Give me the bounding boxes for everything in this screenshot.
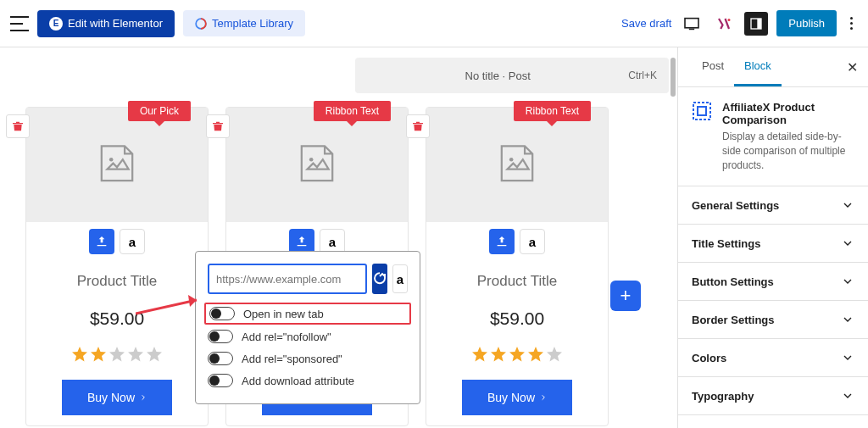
panel-spacing[interactable]: Spacing	[678, 415, 868, 428]
sidebar-tabs: Post Block ✕	[678, 47, 868, 87]
panel-colors[interactable]: Colors	[678, 339, 868, 377]
svg-rect-9	[698, 107, 706, 115]
open-new-tab-toggle[interactable]: Open in new tab	[204, 303, 411, 325]
buy-button[interactable]: Buy Now	[462, 380, 572, 415]
panel-general[interactable]: General Settings	[678, 186, 868, 225]
link-settings-popover: a Open in new tab Add rel="nofollow" Add…	[195, 251, 420, 404]
toggle-switch[interactable]	[209, 307, 235, 320]
product-card[interactable]: Our Pick a Product Title $59.00 Buy Now	[25, 107, 209, 426]
template-library-button[interactable]: Template Library	[183, 10, 305, 36]
download-toggle[interactable]: Add download attribute	[208, 370, 408, 392]
block-info: AffiliateX Product Comparison Display a …	[678, 87, 868, 186]
block-type-icon	[692, 101, 712, 121]
ribbon-badge: Our Pick	[128, 101, 191, 121]
image-placeholder[interactable]	[226, 108, 408, 222]
panel-typography[interactable]: Typography	[678, 377, 868, 415]
template-icon	[195, 18, 207, 30]
panel-button[interactable]: Button Settings	[678, 263, 868, 301]
menu-icon[interactable]	[10, 16, 29, 31]
toggle-label: Add rel="nofollow"	[242, 331, 331, 343]
amazon-icon[interactable]: a	[520, 229, 545, 254]
product-title[interactable]: Product Title	[477, 273, 558, 290]
rating-stars[interactable]	[71, 346, 163, 363]
upload-icon[interactable]	[489, 229, 515, 254]
image-placeholder[interactable]	[26, 108, 208, 222]
delete-button[interactable]	[6, 114, 30, 138]
toggle-switch[interactable]	[208, 374, 233, 387]
chevron-down-icon	[841, 198, 854, 212]
product-price[interactable]: $59.00	[90, 308, 144, 329]
product-card[interactable]: Ribbon Text a Product Title $59.00 Buy N…	[426, 107, 609, 426]
block-name: AffiliateX Product Comparison	[722, 101, 854, 126]
toggle-label: Add rel="sponsored"	[242, 353, 342, 365]
editor-canvas: No title · Post Ctrl+K Our Pick a Produc…	[0, 47, 677, 428]
template-label: Template Library	[212, 17, 293, 30]
settings-sidebar: Post Block ✕ AffiliateX Product Comparis…	[677, 47, 868, 428]
upload-icon[interactable]	[89, 229, 114, 254]
product-price[interactable]: $59.00	[490, 308, 544, 329]
svg-rect-8	[693, 103, 710, 120]
save-draft-link[interactable]: Save draft	[621, 17, 671, 30]
toggle-switch[interactable]	[208, 330, 233, 343]
elementor-icon: E	[49, 17, 63, 31]
ribbon-badge: Ribbon Text	[314, 101, 391, 121]
buy-button[interactable]: Buy Now	[62, 380, 172, 415]
toggle-label: Open in new tab	[243, 308, 324, 320]
delete-button[interactable]	[206, 114, 230, 138]
publish-button[interactable]: Publish	[776, 10, 837, 36]
tab-block[interactable]: Block	[734, 47, 782, 86]
toggle-switch[interactable]	[208, 352, 233, 365]
chevron-down-icon	[841, 313, 854, 326]
add-product-button[interactable]: +	[610, 281, 641, 311]
rating-stars[interactable]	[471, 346, 563, 363]
block-description: Display a detailed side-by-side comparis…	[722, 130, 854, 172]
url-input[interactable]	[208, 264, 367, 294]
chevron-down-icon	[841, 351, 854, 364]
elementor-label: Edit with Elementor	[68, 17, 163, 30]
chevron-down-icon	[841, 236, 854, 250]
options-icon[interactable]	[845, 17, 858, 30]
chevron-down-icon	[841, 389, 854, 403]
amazon-icon[interactable]: a	[120, 229, 145, 254]
apply-link-button[interactable]	[372, 264, 387, 294]
product-title[interactable]: Product Title	[77, 273, 158, 290]
ribbon-badge: Ribbon Text	[514, 101, 591, 121]
svg-rect-2	[685, 18, 698, 27]
tab-post[interactable]: Post	[692, 47, 734, 86]
top-toolbar: E Edit with Elementor Template Library S…	[0, 0, 868, 47]
delete-button[interactable]	[406, 114, 430, 138]
preview-icon[interactable]	[680, 12, 704, 36]
chevron-down-icon	[841, 275, 854, 288]
yoast-icon[interactable]	[712, 12, 736, 36]
panel-border[interactable]: Border Settings	[678, 301, 868, 339]
nofollow-toggle[interactable]: Add rel="nofollow"	[208, 325, 408, 347]
svg-point-3	[728, 19, 731, 21]
toggle-label: Add download attribute	[242, 375, 354, 387]
panel-title[interactable]: Title Settings	[678, 225, 868, 263]
svg-rect-5	[758, 19, 762, 29]
edit-elementor-button[interactable]: E Edit with Elementor	[37, 10, 175, 37]
close-icon[interactable]: ✕	[847, 59, 858, 75]
sponsored-toggle[interactable]: Add rel="sponsored"	[208, 347, 408, 370]
amazon-link-icon[interactable]: a	[392, 264, 408, 293]
image-placeholder[interactable]	[426, 108, 608, 222]
sidebar-toggle-icon[interactable]	[744, 12, 768, 36]
